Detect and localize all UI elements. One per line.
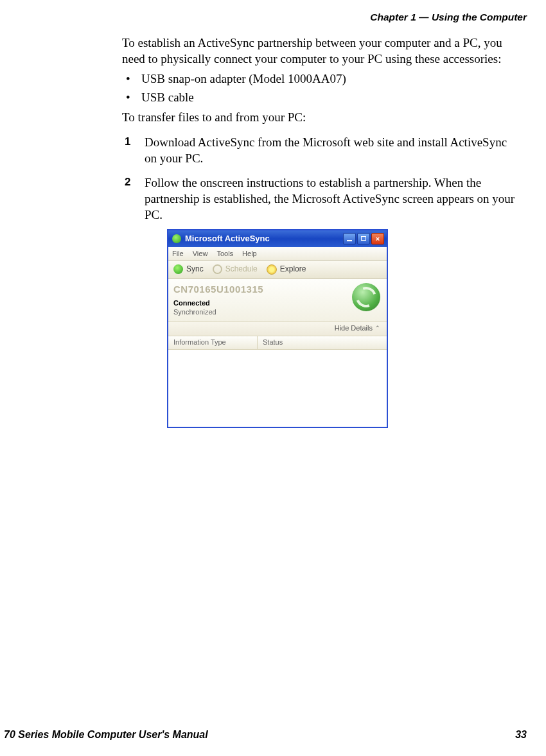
- explore-button[interactable]: Explore: [267, 264, 306, 275]
- column-headers: Information Type Status: [168, 336, 387, 350]
- page-number: 33: [515, 729, 527, 741]
- device-name: CN70165U1001315: [173, 283, 382, 296]
- step-item: 2 Follow the onscreen instructions to es…: [122, 175, 520, 428]
- chevron-up-icon: ⌃: [375, 325, 380, 332]
- step-text: Follow the onscreen instructions to esta…: [145, 176, 515, 221]
- sync-button[interactable]: Sync: [173, 264, 204, 275]
- activesync-window: Microsoft ActiveSync × File View Tools H…: [167, 229, 388, 428]
- menu-help[interactable]: Help: [242, 249, 257, 259]
- sync-large-icon: [352, 283, 380, 311]
- hide-details-row[interactable]: Hide Details ⌃: [168, 322, 387, 336]
- activesync-app-icon: [172, 234, 181, 243]
- steps-list: 1 Download ActiveSync from the Microsoft…: [122, 134, 520, 427]
- step-number: 1: [125, 135, 130, 149]
- sync-label: Sync: [186, 264, 204, 275]
- toolbar: Sync Schedule Explore: [168, 261, 387, 279]
- window-title: Microsoft ActiveSync: [185, 233, 343, 244]
- menu-tools[interactable]: Tools: [216, 249, 233, 259]
- explore-label: Explore: [280, 264, 306, 275]
- manual-title: 70 Series Mobile Computer User's Manual: [4, 729, 208, 741]
- menubar: File View Tools Help: [168, 247, 387, 261]
- sync-items-list: [168, 350, 387, 427]
- connection-status: Connected: [173, 298, 382, 308]
- step-number: 2: [125, 175, 130, 189]
- schedule-button: Schedule: [213, 264, 258, 275]
- step-text: Download ActiveSync from the Microsoft w…: [145, 135, 507, 165]
- minimize-button[interactable]: [343, 233, 356, 245]
- hide-details-label: Hide Details: [335, 323, 373, 333]
- list-item: USB cable: [122, 89, 520, 105]
- device-section: CN70165U1001315 Connected Synchronized: [168, 279, 387, 322]
- sync-status: Synchronized: [173, 307, 382, 317]
- magnifier-icon: [267, 264, 277, 275]
- clock-icon: [213, 264, 222, 274]
- menu-view[interactable]: View: [193, 249, 208, 259]
- maximize-button[interactable]: [357, 233, 370, 245]
- list-item: USB snap-on adapter (Model 1000AA07): [122, 71, 520, 87]
- intro2-paragraph: To transfer files to and from your PC:: [122, 109, 520, 125]
- step-item: 1 Download ActiveSync from the Microsoft…: [122, 134, 520, 166]
- page-footer: 70 Series Mobile Computer User's Manual …: [0, 729, 546, 741]
- chapter-header: Chapter 1 — Using the Computer: [370, 12, 527, 23]
- schedule-label: Schedule: [225, 264, 258, 275]
- titlebar[interactable]: Microsoft ActiveSync ×: [168, 230, 387, 247]
- menu-file[interactable]: File: [172, 249, 184, 259]
- content: To establish an ActiveSync partnership b…: [122, 35, 520, 436]
- column-info-type[interactable]: Information Type: [168, 336, 258, 349]
- intro-paragraph: To establish an ActiveSync partnership b…: [122, 35, 520, 67]
- sync-icon: [173, 264, 183, 274]
- window-buttons: ×: [343, 233, 384, 245]
- close-button[interactable]: ×: [371, 233, 384, 245]
- accessory-list: USB snap-on adapter (Model 1000AA07) USB…: [122, 71, 520, 105]
- page: Chapter 1 — Using the Computer To establ…: [0, 0, 546, 756]
- column-status[interactable]: Status: [258, 338, 283, 347]
